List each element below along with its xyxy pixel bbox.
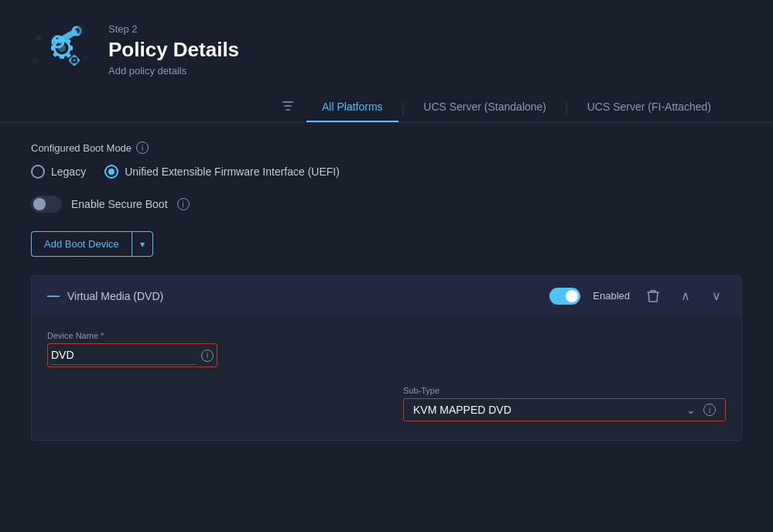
page-subtitle: Add policy details — [108, 65, 239, 77]
svg-rect-6 — [69, 46, 73, 50]
filter-icon[interactable] — [282, 100, 294, 115]
device-name-input-wrapper: i — [47, 343, 217, 367]
main-content: Configured Boot Mode i Legacy Unified Ex… — [0, 123, 773, 532]
tab-ucs-standalone[interactable]: UCS Server (Standalone) — [408, 93, 562, 122]
collapse-icon[interactable]: — — [47, 289, 60, 303]
add-boot-device-dropdown[interactable]: ▾ — [132, 231, 153, 257]
svg-rect-16 — [73, 55, 76, 57]
sub-type-chevron-icon[interactable]: ⌄ — [686, 404, 696, 416]
svg-rect-19 — [77, 59, 80, 62]
header-text: Step 2 Policy Details Add policy details — [108, 23, 239, 77]
secure-boot-row: Enable Secure Boot i — [31, 196, 742, 213]
svg-rect-17 — [73, 63, 76, 66]
radio-legacy[interactable]: Legacy — [31, 165, 86, 179]
svg-point-20 — [36, 35, 42, 41]
device-card-header: — Virtual Media (DVD) Enabled ∧ ∨ — [32, 276, 741, 315]
device-name-info-icon[interactable]: i — [201, 350, 214, 362]
sub-type-actions: ⌄ i — [686, 404, 716, 416]
sub-type-wrapper: KVM MAPPED DVD ⌄ i — [403, 398, 726, 421]
device-card-title: — Virtual Media (DVD) — [47, 289, 163, 303]
tab-separator-2: | — [562, 100, 572, 116]
move-up-button[interactable]: ∧ — [676, 285, 695, 306]
device-enabled-toggle[interactable] — [549, 288, 580, 305]
radio-uefi[interactable]: Unified Extensible Firmware Interface (U… — [104, 165, 340, 179]
boot-mode-radio-group: Legacy Unified Extensible Firmware Inter… — [31, 165, 742, 179]
radio-uefi-circle — [104, 165, 118, 179]
boot-mode-info-icon[interactable]: i — [136, 142, 149, 154]
secure-boot-info-icon[interactable]: i — [177, 198, 190, 210]
device-enabled-label: Enabled — [593, 290, 630, 302]
secure-boot-label: Enable Secure Boot — [71, 198, 168, 210]
boot-mode-section-label: Configured Boot Mode i — [31, 142, 742, 154]
radio-uefi-label: Unified Extensible Firmware Interface (U… — [125, 165, 340, 178]
device-card: — Virtual Media (DVD) Enabled ∧ ∨ — [31, 275, 742, 441]
svg-point-15 — [73, 59, 76, 62]
page-container: Step 2 Policy Details Add policy details… — [0, 0, 773, 532]
delete-device-button[interactable] — [642, 286, 664, 306]
svg-point-21 — [77, 26, 86, 35]
add-boot-device-group: Add Boot Device ▾ — [31, 231, 153, 257]
svg-point-22 — [83, 55, 87, 60]
sub-type-label: Sub-Type — [403, 386, 726, 395]
step-label: Step 2 — [108, 23, 239, 35]
secure-boot-toggle[interactable] — [31, 196, 62, 213]
svg-rect-18 — [69, 59, 71, 62]
device-card-actions: Enabled ∧ ∨ — [549, 285, 726, 306]
device-fields: Device Name * i Sub-Type KVM MAPPED DVD … — [32, 315, 741, 440]
sub-type-info-icon[interactable]: i — [703, 404, 716, 416]
sub-type-value: KVM MAPPED DVD — [413, 404, 686, 416]
svg-point-23 — [31, 57, 39, 65]
add-boot-device-button[interactable]: Add Boot Device — [31, 231, 132, 257]
tab-bar: All Platforms | UCS Server (Standalone) … — [0, 93, 773, 123]
tab-separator-1: | — [398, 100, 409, 116]
device-name-field-group: Device Name * i — [47, 331, 217, 367]
tab-ucs-fi-attached[interactable]: UCS Server (FI-Attached) — [572, 93, 727, 122]
move-down-button[interactable]: ∨ — [707, 285, 726, 306]
sub-type-section: Sub-Type KVM MAPPED DVD ⌄ i — [403, 386, 726, 421]
tab-all-platforms[interactable]: All Platforms — [306, 93, 398, 122]
header: Step 2 Policy Details Add policy details — [0, 0, 773, 93]
radio-legacy-circle — [31, 165, 45, 179]
radio-legacy-label: Legacy — [51, 165, 86, 178]
device-name-label: Device Name * — [47, 331, 217, 340]
page-title: Policy Details — [108, 38, 239, 62]
device-name-input[interactable] — [51, 346, 197, 365]
svg-rect-4 — [60, 55, 64, 59]
policy-icon — [31, 19, 93, 80]
